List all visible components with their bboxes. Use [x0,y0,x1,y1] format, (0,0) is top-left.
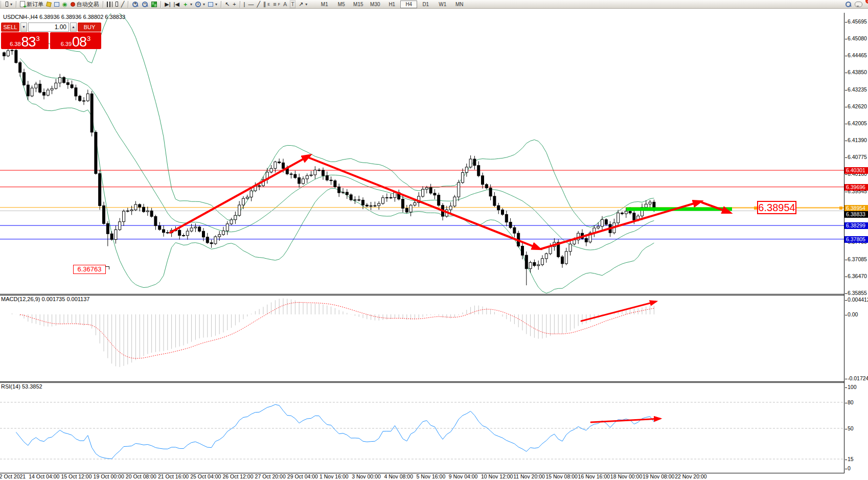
price-level-chip: 6.38299 [844,222,868,229]
search-button[interactable] [843,1,853,8]
fibonacci-icon: ≡ [273,1,276,8]
price-level-chip: 6.39696 [844,184,868,191]
arrows-button[interactable]: ↗▾ [297,1,309,8]
timeframe-button-m1[interactable]: M1 [316,1,333,8]
date-tick-label: 19 Oct 00:00 [94,473,124,479]
add-indicator-button[interactable]: ＋▾ [181,1,194,8]
timeframe-button-d1[interactable]: D1 [417,1,434,8]
auto-trading-label: 自动交易 [77,1,99,8]
volume-decrease-button[interactable]: ▼ [20,22,27,32]
date-tick-label: 9 Nov 04:00 [449,473,478,479]
zoom-out-button[interactable]: − [140,1,150,8]
date-tick-label: 5 Nov 16:00 [417,473,446,479]
sell-button[interactable]: SELL [1,22,19,32]
add-indicator-icon: ＋ [182,1,188,8]
period-button[interactable]: ▾ [194,1,207,8]
crosshair-icon: + [233,1,236,8]
vertical-line-icon: | [244,1,245,8]
swing-low-annotation[interactable]: 6.36763 [73,265,106,274]
axis-tick-label: 6.42005 [845,120,867,126]
axis-tick-label: 6.37085 [845,256,867,262]
auto-scroll-icon: ▶| [165,1,170,8]
level-annotation[interactable]: 6.38954 [757,201,796,214]
chart-shift-button[interactable]: |◀ [172,1,181,8]
axis-tick-label: 0.004412 [845,296,868,303]
chart-window-icon [6,2,8,7]
chart-header: USDCNH-,H4 6.38936 6.38936 6.38802 6.388… [3,14,125,20]
horizontal-level-lines[interactable] [0,170,844,239]
volume-increase-button[interactable]: ▲ [70,22,77,32]
date-tick-label: 22 Nov 20:00 [675,473,706,479]
macd-signal-line [20,303,654,359]
timeframe-button-h1[interactable]: H1 [383,1,400,8]
chat-bubble-icon [855,2,862,7]
template-button[interactable]: ▾ [207,1,219,8]
pane-separator[interactable] [0,381,868,382]
auto-scroll-button[interactable]: ▶| [163,1,172,8]
cursor-button[interactable]: ↖ [223,1,231,8]
search-icon [845,1,852,8]
cursor-icon: ↖ [225,1,230,8]
axis-tick-label: 6.41390 [845,137,867,143]
date-tick-label: 20 Oct 08:00 [126,473,156,479]
date-tick-label: 18 Nov 00:00 [610,473,642,479]
timeframe-button-m30[interactable]: M30 [367,1,383,8]
chart-window-menu-button[interactable]: ▾ [4,1,14,8]
buy-button[interactable]: BUY [78,22,101,32]
vertical-line-button[interactable]: | [242,1,247,8]
timeframe-button-mn[interactable]: MN [451,1,468,8]
one-click-trading-panel: SELL ▼ 1.00 ▲ BUY 6.38 83 3 6.39 08 3 [1,22,101,49]
timeframe-button-m5[interactable]: M5 [333,1,350,8]
text-icon: A [283,1,287,8]
ask-price-main: 08 [72,35,86,49]
volume-input[interactable]: 1.00 [28,22,69,32]
new-order-button[interactable]: 新订单 [18,1,45,8]
pane-separator[interactable] [0,294,868,294]
candlestick-chart-icon [116,2,118,7]
market-watch-button[interactable] [53,1,61,8]
chart-canvas[interactable] [0,0,844,480]
axis-tick-label: 6.36470 [845,273,867,279]
new-order-icon [20,1,25,7]
arrows-icon: ↗ [299,1,303,8]
highlight-tool-button[interactable] [45,1,53,8]
horizontal-line-button[interactable]: — [246,1,255,8]
toolbar-separator [16,1,16,8]
bar-chart-button[interactable] [105,1,114,8]
line-chart-button[interactable]: ╱ [120,1,126,8]
timeframe-button-h4[interactable]: H4 [400,1,417,8]
toolbar-separator [103,1,103,8]
market-watch-icon [54,2,59,7]
ask-price-button[interactable]: 6.39 08 3 [50,32,101,49]
horizontal-line-icon: — [248,1,254,8]
axis-tick-label: 80 [845,399,854,405]
price-axis: 6.456956.450806.444656.438506.432356.426… [844,0,868,480]
rsi-line [16,404,654,459]
signals-button[interactable]: ◉ [61,1,69,8]
toolbar: ▾ 新订单 ◉ 自动交易 ╱ + − ▶| |◀ ＋▾ ▾ ▾ ↖ + | — … [0,0,868,9]
chevron-down-icon: ▾ [305,2,307,7]
bid-price-button[interactable]: 6.38 83 3 [1,32,49,49]
channel-button[interactable]: ∥E [262,1,271,8]
timeframe-button-w1[interactable]: W1 [434,1,451,8]
date-tick-label: 12 Oct 2021 [0,473,26,479]
tile-windows-button[interactable] [150,1,158,8]
text-label-button[interactable]: T [288,1,297,8]
line-chart-icon: ╱ [121,1,125,8]
crosshair-button[interactable]: + [231,1,237,8]
date-tick-label: 11 Nov 20:00 [513,473,545,479]
zoom-in-button[interactable]: + [130,1,140,8]
date-tick-label: 19 Nov 08:00 [643,473,674,479]
toolbar-separator [161,1,161,8]
text-button[interactable]: A [282,1,288,8]
macd-label: MACD(12,26,9) 0.001735 0.001137 [1,296,89,302]
notifications-button[interactable]: 1 [853,1,868,8]
trendline-button[interactable]: ╱ [255,1,262,8]
date-tick-label: 14 Oct 04:00 [29,473,59,479]
timeframe-button-m15[interactable]: M15 [350,1,367,8]
bid-price-main: 83 [21,35,36,49]
fibonacci-button[interactable]: ≡F [271,1,282,8]
axis-tick-label: 0 [845,465,851,471]
candlestick-chart-button[interactable] [114,1,120,8]
auto-trading-button[interactable]: 自动交易 [69,1,101,8]
